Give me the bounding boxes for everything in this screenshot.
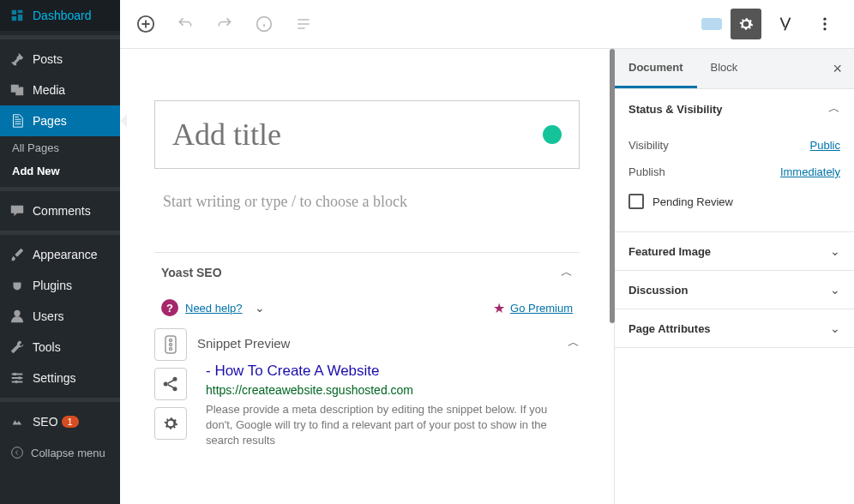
sidebar-label: SEO: [33, 415, 58, 429]
panel-tab-document[interactable]: Document: [615, 49, 697, 88]
redo-button[interactable]: [213, 12, 237, 36]
sidebar-item-tools[interactable]: Tools: [0, 332, 120, 363]
sidebar-label: Posts: [33, 52, 63, 66]
sidebar-label: Appearance: [33, 248, 98, 261]
panel-section-featured-image: Featured Image ⌄: [615, 232, 854, 271]
yoast-panel: Yoast SEO ︿ ? Need help? ⌄ ★ Go Premium: [154, 252, 580, 449]
pages-icon: [9, 112, 26, 129]
svg-point-8: [823, 22, 826, 25]
svg-point-3: [15, 381, 18, 384]
add-block-button[interactable]: [134, 12, 158, 36]
sliders-icon: [9, 369, 26, 387]
dashboard-icon: [9, 7, 26, 24]
chevron-down-icon: ⌄: [830, 283, 840, 297]
panel-section-head[interactable]: Featured Image ⌄: [615, 232, 854, 270]
panel-tab-block[interactable]: Block: [697, 49, 752, 88]
admin-sidebar: Dashboard Posts Media Pages All Pages Ad…: [0, 0, 120, 504]
snippet-preview-header[interactable]: Snippet Preview ︿: [197, 328, 580, 363]
chevron-down-icon: ⌄: [830, 321, 840, 335]
collapse-icon: [9, 444, 26, 461]
comment-icon: [9, 202, 26, 219]
sidebar-label: Dashboard: [33, 9, 92, 22]
sidebar-label: Comments: [33, 204, 91, 218]
sidebar-label: Settings: [33, 371, 76, 385]
panel-section-head[interactable]: Status & Visibility ︿: [615, 89, 854, 129]
sidebar-item-settings[interactable]: Settings: [0, 363, 120, 393]
publish-label: Publish: [628, 165, 665, 178]
more-options-button[interactable]: [809, 9, 840, 39]
svg-point-2: [18, 376, 21, 380]
title-input[interactable]: [172, 117, 543, 153]
sidebar-label: Tools: [33, 340, 61, 354]
panel-section-head[interactable]: Discussion ⌄: [615, 271, 854, 309]
panel-section-discussion: Discussion ⌄: [615, 271, 854, 309]
panel-section-status: Status & Visibility ︿ Visibility Public …: [615, 89, 854, 232]
settings-panel: Document Block × Status & Visibility ︿ V…: [614, 49, 854, 504]
panel-section-head[interactable]: Page Attributes ⌄: [615, 309, 854, 347]
svg-point-13: [170, 348, 172, 351]
brush-icon: [9, 246, 26, 263]
sidebar-sub-all-pages[interactable]: All Pages: [0, 136, 120, 159]
info-button[interactable]: [252, 12, 276, 36]
badge: 1: [62, 416, 79, 428]
snippet-title[interactable]: - How To Create A Website: [206, 363, 571, 380]
outline-button[interactable]: [292, 12, 316, 36]
snippet-tab-advanced[interactable]: [154, 407, 187, 440]
chevron-down-icon[interactable]: ⌄: [255, 301, 265, 315]
content-prompt[interactable]: Start writing or type / to choose a bloc…: [154, 177, 580, 226]
chevron-up-icon: ︿: [828, 101, 840, 117]
svg-point-14: [164, 382, 168, 387]
snippet-tab-share[interactable]: [154, 368, 187, 400]
save-draft-button[interactable]: [676, 19, 693, 29]
sidebar-sub-add-new[interactable]: Add New: [0, 159, 120, 183]
undo-button[interactable]: [173, 12, 197, 36]
pending-review-label: Pending Review: [653, 195, 733, 208]
user-icon: [9, 308, 26, 325]
sidebar-item-plugins[interactable]: Plugins: [0, 270, 120, 301]
pending-review-checkbox[interactable]: [628, 194, 644, 209]
plug-icon: [9, 277, 26, 294]
yoast-toggle-button[interactable]: [770, 9, 801, 39]
sidebar-label: Users: [33, 309, 64, 323]
wrench-icon: [9, 339, 26, 356]
snippet-tab-traffic[interactable]: [154, 328, 187, 361]
svg-point-1: [14, 373, 17, 376]
sidebar-item-posts[interactable]: Posts: [0, 44, 120, 75]
svg-point-0: [14, 310, 20, 316]
sidebar-item-comments[interactable]: Comments: [0, 195, 120, 226]
sidebar-item-users[interactable]: Users: [0, 301, 120, 332]
visibility-label: Visibility: [628, 139, 669, 152]
svg-point-7: [823, 18, 826, 21]
sidebar-item-appearance[interactable]: Appearance: [0, 239, 120, 270]
collapse-menu[interactable]: Collapse menu: [0, 437, 120, 468]
svg-point-4: [12, 447, 23, 459]
publish-button[interactable]: [701, 18, 722, 30]
svg-point-11: [170, 339, 172, 342]
chevron-down-icon: ⌄: [830, 244, 840, 258]
sidebar-item-dashboard[interactable]: Dashboard: [0, 0, 120, 31]
snippet-preview: - How To Create A Website https://create…: [197, 363, 580, 449]
sidebar-label: Plugins: [33, 279, 72, 292]
editor-topbar: [120, 0, 854, 49]
sidebar-item-pages[interactable]: Pages: [0, 105, 120, 136]
go-premium-link[interactable]: Go Premium: [510, 302, 573, 315]
editor-canvas: Start writing or type / to choose a bloc…: [120, 49, 614, 504]
help-icon: ?: [161, 299, 178, 316]
settings-button[interactable]: [731, 9, 761, 39]
chevron-up-icon: ︿: [568, 335, 580, 351]
yoast-header[interactable]: Yoast SEO ︿: [154, 253, 580, 292]
main-editor: Start writing or type / to choose a bloc…: [120, 0, 854, 504]
seo-icon: [9, 413, 26, 430]
sidebar-item-media[interactable]: Media: [0, 75, 120, 105]
snippet-url[interactable]: https://createawebsite.sgushosted.com: [206, 383, 571, 397]
publish-value[interactable]: Immediately: [780, 165, 840, 178]
sidebar-item-seo[interactable]: SEO 1: [0, 406, 120, 437]
grammarly-icon[interactable]: [543, 125, 562, 144]
snippet-description: Please provide a meta description by edi…: [206, 402, 571, 449]
need-help-link[interactable]: Need help?: [185, 302, 243, 315]
sidebar-label: Pages: [33, 114, 67, 128]
pin-icon: [9, 51, 26, 68]
visibility-value[interactable]: Public: [810, 139, 840, 152]
panel-close-button[interactable]: ×: [821, 51, 854, 87]
star-icon: ★: [493, 300, 505, 316]
